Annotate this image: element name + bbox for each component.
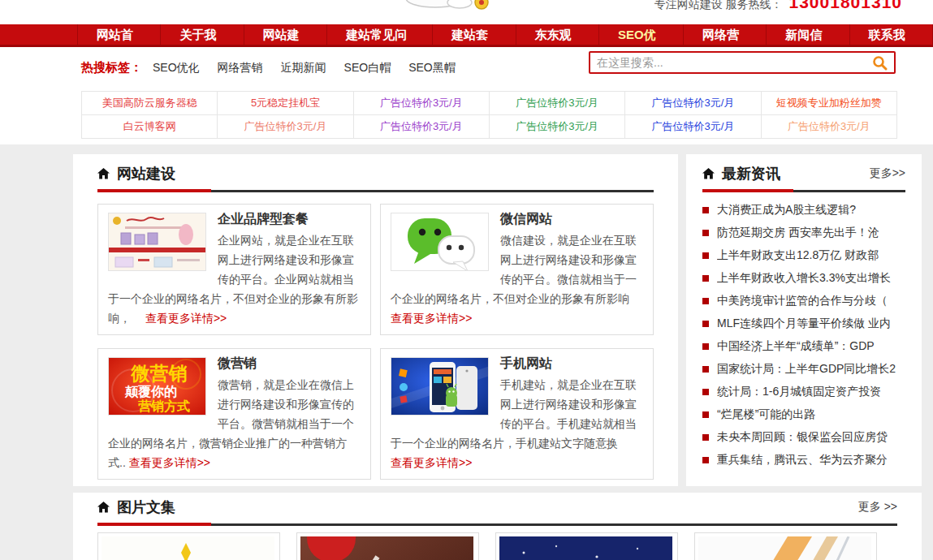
gallery-thumb-ribbons[interactable] (694, 532, 877, 560)
bullet-icon (702, 275, 709, 282)
website-build-header: 网站建设 (97, 164, 654, 192)
hot-tag-recent-news[interactable]: 近期新闻 (281, 61, 326, 75)
news-item[interactable]: 统计局：1-6月城镇固定资产投资 (702, 381, 905, 403)
latest-news-header: 最新资讯 更多>> (702, 164, 905, 192)
home-icon (97, 502, 110, 513)
ad-link[interactable]: 广告位特价3元/月 (354, 92, 489, 114)
section-title: 图片文集 (117, 498, 175, 517)
search-button[interactable] (871, 54, 888, 71)
latest-news-panel: 最新资讯 更多>> 大消费正成为A股主线逻辑? 防范延期交房 西安率先出手！沧 … (686, 154, 922, 486)
gallery-more-link[interactable]: 更多 >> (858, 500, 897, 515)
gallery-header: 图片文集 更多 >> (97, 498, 897, 526)
section-title: 网站建设 (117, 164, 175, 183)
gallery-thumb-interior[interactable] (296, 532, 479, 560)
news-item[interactable]: 上半年财政收入增长3.3%支出增长 (702, 267, 905, 290)
bullet-icon (702, 321, 709, 327)
nav-item-about[interactable]: 关于我们 (160, 24, 243, 45)
news-more-link[interactable]: 更多>> (870, 166, 905, 181)
home-icon (702, 168, 715, 179)
mobile-phones-image[interactable] (391, 357, 489, 416)
nav-item-news[interactable]: 新闻信息 (766, 24, 849, 45)
search-input[interactable] (597, 56, 871, 69)
search-box (589, 51, 896, 74)
bullet-icon (702, 389, 709, 395)
banner-line-2: 颠覆你的 (124, 385, 177, 398)
nav-item-viewpoint[interactable]: 东东观点 (516, 24, 598, 45)
news-item[interactable]: 上半年财政支出12.8万亿 财政部 (702, 244, 905, 267)
section-title: 最新资讯 (722, 164, 780, 183)
hot-tags: SEO优化 网络营销 近期新闻 SEO白帽 SEO黑帽 (153, 61, 456, 75)
bullet-icon (702, 207, 709, 213)
read-more-link[interactable]: 查看更多详情>> (391, 312, 472, 325)
nav-item-website-build[interactable]: 网站建设 (244, 24, 326, 45)
ad-link[interactable]: 白云博客网 (82, 115, 217, 138)
read-more-link[interactable]: 查看更多详情>> (145, 312, 227, 325)
website-build-panel: 网站建设 企 (73, 154, 678, 486)
ad-link[interactable]: 广告位特价3元/月 (490, 92, 624, 114)
enterprise-site-image[interactable] (108, 213, 206, 271)
bullet-icon (702, 298, 709, 304)
ad-link[interactable]: 广告位特价3元/月 (625, 92, 760, 114)
card-mobile-site: 手机网站 手机建站，就是企业在互联网上进行网络建设和形像宣传的平台。手机建站就相… (380, 348, 654, 480)
ad-link[interactable]: 广告位特价3元/月 (354, 115, 489, 138)
bullet-icon (702, 343, 709, 350)
banner-line-3: 营销方式 (138, 398, 190, 413)
card-enterprise-package: 企业品牌型套餐 企业网站，就是企业在互联网上进行网络建设和形像宣传的平台。企业网… (97, 204, 371, 335)
search-icon (872, 55, 888, 71)
ad-link[interactable]: 5元稳定挂机宝 (218, 92, 352, 114)
nav-item-packages[interactable]: 建站套餐 (432, 24, 515, 45)
hot-tag-blackhat[interactable]: SEO黑帽 (408, 61, 456, 75)
ad-link[interactable]: 广告位特价3元/月 (218, 115, 352, 138)
gallery-panel: 图片文集 更多 >> (73, 493, 922, 560)
hotline-label: 专注网站建设 服务热线： (654, 0, 783, 12)
gallery-thumb-stage[interactable] (495, 532, 678, 560)
ad-link[interactable]: 美国高防云服务器稳 (82, 92, 217, 114)
news-item[interactable]: 中国经济上半年“成绩单”：GDP (702, 335, 905, 358)
hot-tags-label: 热搜标签： (81, 60, 142, 75)
wechat-logo-image[interactable] (391, 213, 489, 271)
read-more-link[interactable]: 查看更多详情>> (129, 456, 210, 469)
news-item[interactable]: 中美跨境审计监管的合作与分歧（ (702, 290, 905, 312)
site-logo (404, 0, 502, 15)
service-cards: 企业品牌型套餐 企业网站，就是企业在互联网上进行网络建设和形像宣传的平台。企业网… (97, 204, 654, 480)
hot-tag-seo[interactable]: SEO优化 (153, 61, 200, 75)
home-icon (97, 168, 110, 179)
nav-item-seo[interactable]: SEO优化 (598, 24, 683, 45)
site-header: 专注网站建设 服务热线： 13001801310 (0, 0, 933, 24)
ad-link[interactable]: 广告位特价3元/月 (625, 115, 760, 138)
ad-links-grid: 美国高防云服务器稳 5元稳定挂机宝 广告位特价3元/月 广告位特价3元/月 广告… (81, 91, 897, 139)
bullet-icon (702, 457, 709, 463)
news-item[interactable]: 防范延期交房 西安率先出手！沧 (702, 222, 905, 244)
wechat-icon (391, 213, 489, 271)
news-item[interactable]: 国家统计局：上半年GDP同比增长2 (702, 358, 905, 381)
hot-tag-marketing[interactable]: 网络营销 (218, 61, 263, 75)
nav-item-contact[interactable]: 联系我们 (849, 24, 933, 45)
bullet-icon (702, 230, 709, 236)
service-hotline: 专注网站建设 服务热线： 13001801310 (654, 0, 902, 12)
ad-link[interactable]: 短视频专业加粉丝加赞 (762, 92, 896, 114)
cloud-logo-icon (404, 0, 502, 11)
news-item[interactable]: 未央本周回顾：银保监会回应房贷 (702, 426, 905, 449)
gallery-thumb-sparkles[interactable] (97, 532, 280, 560)
bullet-icon (702, 411, 709, 418)
ad-link[interactable]: 广告位特价3元/月 (762, 115, 896, 138)
card-wemarketing: 微营销 颠覆你的 营销方式 微营销 微营销，就是企业在微信上进行网络建设和形像宣… (97, 348, 371, 480)
news-item[interactable]: 大消费正成为A股主线逻辑? (702, 199, 905, 222)
nav-item-home[interactable]: 网站首页 (77, 24, 160, 45)
main-navbar: 网站首页 关于我们 网站建设 建站常见问题 建站套餐 东东观点 SEO优化 网络… (0, 24, 933, 47)
news-item[interactable]: MLF连续四个月等量平价续做 业内 (702, 312, 905, 335)
nav-item-faq[interactable]: 建站常见问题 (326, 24, 432, 45)
hotline-phone-number: 13001801310 (789, 0, 902, 12)
card-wechat-site: 微信网站 微信建设，就是企业在互联网上进行网络建设和形像宣传的平台。微信就相当于… (380, 204, 654, 335)
read-more-link[interactable]: 查看更多详情>> (391, 456, 472, 469)
nav-item-marketing[interactable]: 网络营销 (683, 24, 766, 45)
hot-tag-whitehat[interactable]: SEO白帽 (344, 61, 391, 75)
ad-link[interactable]: 广告位特价3元/月 (490, 115, 624, 138)
bullet-icon (702, 434, 709, 441)
news-item[interactable]: “烂尾楼”可能的出路 (702, 403, 905, 426)
bullet-icon (702, 366, 709, 373)
top-band: 专注网站建设 服务热线： 13001801310 网站首页 关于我们 网站建设 … (0, 0, 933, 144)
wemarketing-banner-image[interactable]: 微营销 颠覆你的 营销方式 (108, 357, 206, 416)
news-item[interactable]: 重兵集结，腾讯云、华为云齐聚分 (702, 449, 905, 472)
banner-line-1: 微营销 (131, 363, 188, 384)
